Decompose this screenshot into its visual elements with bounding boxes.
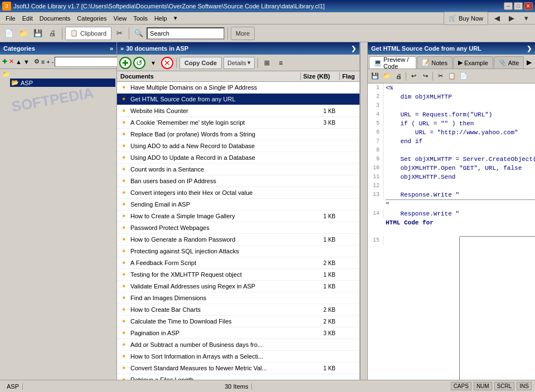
doc-item-icon: 🔸	[119, 106, 128, 115]
list-item[interactable]: 🔸 Count words in a Sentance	[117, 164, 359, 175]
add-doc-button[interactable]: ✚	[119, 57, 132, 69]
menu-edit[interactable]: Edit	[19, 14, 36, 23]
list-item[interactable]: 🔸 Protecting against SQL injection Attac…	[117, 246, 359, 257]
list-item[interactable]: 🔸 Validate Email Addresses using Regex i…	[117, 281, 359, 292]
code-copy[interactable]: 📋	[446, 71, 458, 82]
view-toggle-button[interactable]: ⊞	[261, 57, 273, 69]
code-paste[interactable]: 📄	[458, 71, 469, 82]
save-button[interactable]: 💾	[31, 27, 45, 40]
buy-now-button[interactable]: 🛒 Buy Now	[444, 12, 488, 25]
nav-forward-button[interactable]: ▶	[505, 12, 518, 25]
list-item[interactable]: 🔸 Have Multiple Domains on a Single IP A…	[117, 82, 359, 94]
menu-view[interactable]: View	[110, 14, 130, 23]
code-tool-2[interactable]: 📁	[381, 71, 392, 82]
doc-more-button[interactable]: ▾	[147, 57, 159, 69]
tab-atte[interactable]: 📎 Atte	[494, 56, 524, 68]
list-item[interactable]: 🔸 Password Protect Webpages	[117, 222, 359, 234]
close-button[interactable]: ✕	[524, 2, 533, 10]
menu-categories[interactable]: Categories	[74, 14, 110, 23]
col-flag-label: Flag	[340, 72, 359, 80]
sep3	[227, 27, 228, 40]
list-item[interactable]: 🔸 How to Generate a Random Password 1 KB	[117, 234, 359, 246]
details-button[interactable]: Details ▾	[223, 57, 255, 69]
list-item[interactable]: 🔸 Convert Standard Measures to Newer Met…	[117, 362, 359, 374]
code-tool-3[interactable]: 🖨	[393, 71, 404, 82]
list-item[interactable]: 🔸 Replace Bad (or profane) Words from a …	[117, 129, 359, 140]
list-item[interactable]: 🔸 Add or Subtract a number of Business d…	[117, 339, 359, 351]
category-settings-button[interactable]: ⚙	[33, 56, 40, 67]
tab-notes[interactable]: 📝 Notes	[417, 56, 453, 68]
list-item[interactable]: 🔸 Testing for the XMLHTTP Request object…	[117, 269, 359, 281]
delete-category-button[interactable]: ✕	[8, 56, 14, 67]
copy-code-button[interactable]: Copy Code	[179, 57, 222, 69]
code-panel-expand-icon[interactable]: ❯	[527, 45, 532, 52]
print-button[interactable]: 🖨	[46, 27, 59, 40]
tab-example[interactable]: ▶ Example	[453, 56, 493, 68]
code-undo[interactable]: ↩	[408, 71, 419, 82]
menu-file[interactable]: File	[2, 14, 19, 23]
list-item[interactable]: 🔸 Sending Email in ASP	[117, 199, 359, 210]
clipboard-button[interactable]: 📋 Clipboard	[65, 27, 111, 40]
categories-expand-icon[interactable]: »	[110, 45, 113, 52]
category-expand-button[interactable]: +	[46, 56, 50, 67]
list-item[interactable]: 🔸 A Feedback Form Script 2 KB	[117, 257, 359, 269]
documents-expand-icon[interactable]: ❯	[351, 45, 356, 52]
tab-preview-code[interactable]: 💻 Preview / Code	[369, 56, 416, 68]
code-cut[interactable]: ✂	[435, 71, 446, 82]
code-toolbar: 💾 📁 🖨 ↩ ↪ ✂ 📋 📄	[368, 69, 535, 84]
menu-help[interactable]: Help	[151, 14, 171, 23]
list-item[interactable]: 🔸 Website Hits Counter 1 KB	[117, 105, 359, 117]
move-up-button[interactable]: ▲	[15, 56, 22, 67]
scissors-button[interactable]: ✂	[113, 27, 126, 40]
doc-item-name: Calculate the Time to Download Files	[130, 318, 299, 325]
tree-item-root[interactable]: 📁	[1, 70, 115, 79]
tree-item-asp[interactable]: 📂 ASP	[10, 79, 115, 87]
minimize-button[interactable]: ─	[504, 2, 513, 10]
list-item[interactable]: 🔸 Using ADO to add a New Record to Datab…	[117, 140, 359, 152]
delete-doc-button[interactable]: ✕	[161, 57, 173, 69]
category-collapse-button[interactable]: -	[51, 56, 55, 67]
open-button[interactable]: 📁	[17, 27, 30, 40]
more-button[interactable]: More	[231, 27, 255, 40]
list-item[interactable]: 🔸 Find an Images Dimensions	[117, 292, 359, 304]
tabs-more-button[interactable]: ▶	[524, 56, 534, 68]
status-item-count: 30 Items	[221, 383, 252, 390]
list-item[interactable]: 🔸 Convert integers into their Hex or Oct…	[117, 187, 359, 199]
code-redo[interactable]: ↪	[420, 71, 431, 82]
list-item[interactable]: 🔸 Retrieve a Files Length	[117, 374, 359, 380]
search-input[interactable]	[147, 27, 225, 40]
code-line: 6 URL = "http://www.yahoo.com"	[368, 128, 535, 137]
list-item[interactable]: 🔸 Using ADO to Update a Record in a Data…	[117, 152, 359, 164]
add-category-button[interactable]: ✚	[2, 56, 8, 67]
line-number: 13	[368, 190, 383, 199]
nav-dropdown-button[interactable]: ▾	[519, 12, 533, 25]
code-tool-1[interactable]: 💾	[369, 71, 381, 82]
list-item[interactable]: 🔸 How to Sort Information in Arrays with…	[117, 351, 359, 362]
new-button[interactable]: 📄	[2, 27, 16, 40]
category-search-input[interactable]	[55, 57, 127, 67]
col-documents-label: Documents	[117, 72, 301, 80]
list-item[interactable]: 🔸 Ban users based on IP Address	[117, 175, 359, 187]
categories-panel: Categories » ✚ ✕ ▲ ▼ ⚙ ≡ + - 📁 📂 ASP SOF…	[0, 42, 117, 380]
list-item[interactable]: 🔸 Calculate the Time to Download Files 2…	[117, 316, 359, 327]
move-down-button[interactable]: ▼	[23, 56, 30, 67]
list-item[interactable]: 🔸 A Cookie 'Remember me' style login scr…	[117, 117, 359, 129]
nav-back-button[interactable]: ◀	[490, 12, 504, 25]
category-view-button[interactable]: ≡	[41, 56, 45, 67]
line-code: URL = "http://www.yahoo.com"	[386, 128, 535, 137]
list-item[interactable]: 🔸 How to Create Bar Charts 2 KB	[117, 304, 359, 316]
menu-tools[interactable]: Tools	[130, 14, 151, 23]
window-controls: ─ □ ✕	[504, 2, 533, 10]
list-item[interactable]: 🔸 Get HTML Source Code from any URL	[117, 94, 359, 105]
refresh-button[interactable]: ↺	[133, 57, 145, 69]
code-editor[interactable]: 1 <% 2 dim objXMLHTTP 3 4 URL = Request.…	[368, 84, 535, 380]
doc-item-name: Convert integers into their Hex or Octal…	[130, 189, 299, 196]
list-item[interactable]: 🔸 How to Create a Simple Image Gallery 1…	[117, 210, 359, 222]
menu-documents[interactable]: Documents	[36, 14, 74, 23]
menu-help-arrow[interactable]: ▾	[171, 13, 181, 23]
view-list-button[interactable]: ≡	[275, 57, 287, 69]
list-item[interactable]: 🔸 Pagination in ASP 3 KB	[117, 327, 359, 339]
mid-scrollbar[interactable]	[360, 42, 368, 380]
line-code: Response.Write ""	[386, 190, 535, 209]
maximize-button[interactable]: □	[514, 2, 523, 10]
